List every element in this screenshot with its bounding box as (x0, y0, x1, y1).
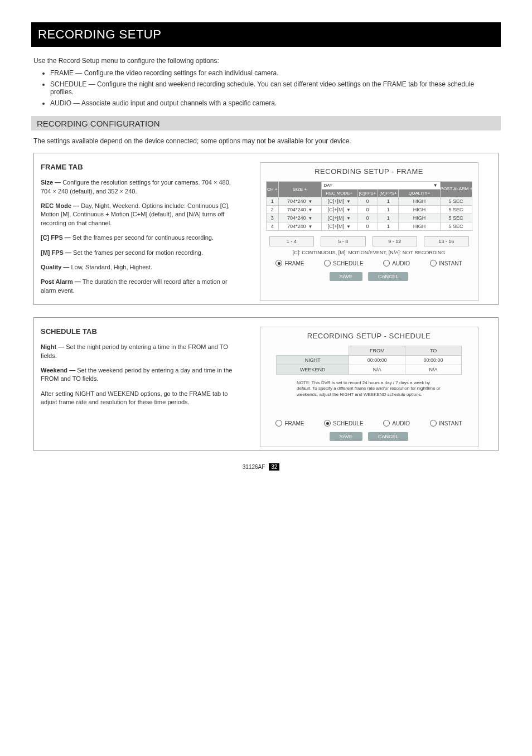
cell-size-dropdown[interactable]: 704*240▼ (278, 222, 321, 231)
radio-icon (383, 260, 390, 266)
cell-postalarm[interactable]: 5 SEC (440, 206, 472, 214)
save-button[interactable]: SAVE (330, 272, 362, 281)
hdr-recmode[interactable]: REC MODE+ (321, 190, 357, 197)
sched-weekend-from[interactable]: N/A (349, 365, 405, 375)
frame-size-text: Configure the resolution settings for yo… (41, 179, 231, 194)
sched-hdr-from: FROM (349, 346, 405, 356)
schedule-panel: RECORDING SETUP - SCHEDULE FROM TO NIGHT… (260, 327, 478, 447)
pager-13-16[interactable]: 13 - 16 (424, 236, 469, 246)
cell-cfps[interactable]: 0 (357, 197, 378, 206)
cell-mfps[interactable]: 1 (378, 197, 399, 206)
hdr-day-label: DAY (324, 183, 333, 188)
cell-postalarm[interactable]: 5 SEC (440, 222, 472, 231)
subsection-header: RECORDING CONFIGURATION (31, 116, 501, 130)
radio-schedule[interactable]: SCHEDULE (324, 260, 363, 266)
section-header: RECORDING SETUP (31, 22, 501, 47)
pager-1-4[interactable]: 1 - 4 (269, 236, 315, 246)
schedule-box: SCHEDULE TAB Night — Set the night perio… (33, 317, 499, 451)
cell-cfps[interactable]: 0 (357, 214, 378, 222)
radio-instant-label: INSTANT (439, 420, 462, 427)
hdr-cfps[interactable]: [C]FPS+ (357, 190, 378, 197)
table-row: 4704*240▼[C]+[M]▼01HIGH5 SEC (266, 222, 472, 231)
chevron-down-icon: ▼ (346, 207, 351, 212)
radio-icon (324, 420, 331, 427)
hdr-quality[interactable]: QUALITY+ (399, 190, 440, 197)
pager-5-8[interactable]: 5 - 8 (321, 236, 366, 246)
cell-mode-dropdown[interactable]: [C]+[M]▼ (321, 206, 357, 214)
pager-9-12[interactable]: 9 - 12 (373, 236, 418, 246)
chevron-down-icon: ▼ (308, 216, 313, 221)
frame-panel: RECORDING SETUP - FRAME CH + SIZE + DAY (260, 162, 478, 301)
hdr-ch[interactable]: CH + (266, 182, 278, 197)
hdr-post[interactable]: POST ALARM + (440, 182, 472, 197)
section-header-text: RECORDING SETUP (38, 27, 161, 42)
chevron-down-icon: ▼ (346, 216, 351, 221)
frame-table: CH + SIZE + DAY ▼ POST ALARM + REC MODE+… (266, 181, 472, 231)
cell-quality[interactable]: HIGH (399, 214, 440, 222)
radio-frame[interactable]: FRAME (275, 260, 304, 266)
chevron-down-icon: ▼ (346, 199, 351, 204)
cell-mode-dropdown[interactable]: [C]+[M]▼ (321, 197, 357, 206)
table-row: 1704*240▼[C]+[M]▼01HIGH5 SEC (266, 197, 472, 206)
radio-audio[interactable]: AUDIO (383, 260, 410, 266)
radio-instant[interactable]: INSTANT (430, 260, 462, 266)
save-button[interactable]: SAVE (330, 432, 362, 441)
sched-night-from[interactable]: 00:00:00 (349, 356, 405, 365)
radio-schedule[interactable]: SCHEDULE (324, 420, 363, 427)
sched-night-label: Night — (41, 343, 66, 350)
sched-row-night: NIGHT (277, 356, 349, 365)
radio-schedule-label: SCHEDULE (333, 420, 363, 427)
frame-tab-title: FRAME TAB (41, 162, 241, 172)
sched-weekend-label: Weekend — (41, 367, 77, 374)
cell-ch: 1 (266, 197, 278, 206)
cell-ch: 4 (266, 222, 278, 231)
radio-icon (430, 260, 437, 266)
sched-night-to[interactable]: 00:00:00 (405, 356, 462, 365)
sched-weekend-to[interactable]: N/A (405, 365, 462, 375)
cell-quality[interactable]: HIGH (399, 206, 440, 214)
hdr-mfps[interactable]: [M]FPS+ (378, 190, 399, 197)
frame-post-label: Post Alarm — (41, 278, 83, 285)
cell-quality[interactable]: HIGH (399, 222, 440, 231)
schedule-desc-column: SCHEDULE TAB Night — Set the night perio… (41, 327, 246, 447)
frame-qual-text: Low, Standard, High, Highest. (71, 264, 152, 270)
subsection-desc: The settings available depend on the dev… (33, 137, 499, 145)
frame-radio-row: FRAME SCHEDULE AUDIO INSTANT (266, 260, 472, 266)
footer-page-number: 32 (269, 463, 279, 471)
hdr-size[interactable]: SIZE + (278, 182, 321, 197)
radio-audio-label: AUDIO (392, 420, 410, 427)
radio-frame[interactable]: FRAME (275, 420, 304, 427)
schedule-tab-title: SCHEDULE TAB (41, 327, 241, 337)
cell-ch: 3 (266, 214, 278, 222)
page-footer: 31126AF 32 32 (33, 463, 499, 471)
radio-instant[interactable]: INSTANT (430, 420, 462, 427)
cell-mfps[interactable]: 1 (378, 222, 399, 231)
pager: 1 - 4 5 - 8 9 - 12 13 - 16 (266, 236, 472, 246)
cell-mfps[interactable]: 1 (378, 206, 399, 214)
cancel-button[interactable]: CANCEL (368, 432, 409, 441)
cell-ch: 2 (266, 206, 278, 214)
cell-mode-dropdown[interactable]: [C]+[M]▼ (321, 222, 357, 231)
frame-recmode-label: REC Mode — (41, 202, 81, 209)
footer-left: 31126AF (243, 464, 265, 470)
radio-audio[interactable]: AUDIO (383, 420, 410, 427)
cell-postalarm[interactable]: 5 SEC (440, 197, 472, 206)
frame-mfps-text: Set the frames per second for motion rec… (73, 249, 203, 256)
intro-text: Use the Record Setup menu to configure t… (33, 57, 499, 65)
intro-bullets: FRAME — Configure the video recording se… (33, 69, 499, 107)
cell-mfps[interactable]: 1 (378, 214, 399, 222)
hdr-day-dropdown[interactable]: DAY ▼ (321, 182, 440, 190)
cell-size-dropdown[interactable]: 704*240▼ (278, 197, 321, 206)
radio-icon (275, 420, 282, 427)
cell-cfps[interactable]: 0 (357, 222, 378, 231)
cell-postalarm[interactable]: 5 SEC (440, 214, 472, 222)
cell-quality[interactable]: HIGH (399, 197, 440, 206)
table-row: 3704*240▼[C]+[M]▼01HIGH5 SEC (266, 214, 472, 222)
cell-size-dropdown[interactable]: 704*240▼ (278, 206, 321, 214)
cell-cfps[interactable]: 0 (357, 206, 378, 214)
cell-mode-dropdown[interactable]: [C]+[M]▼ (321, 214, 357, 222)
radio-audio-label: AUDIO (392, 260, 410, 266)
cancel-button[interactable]: CANCEL (368, 272, 409, 281)
cell-size-dropdown[interactable]: 704*240▼ (278, 214, 321, 222)
radio-frame-label: FRAME (284, 260, 304, 266)
